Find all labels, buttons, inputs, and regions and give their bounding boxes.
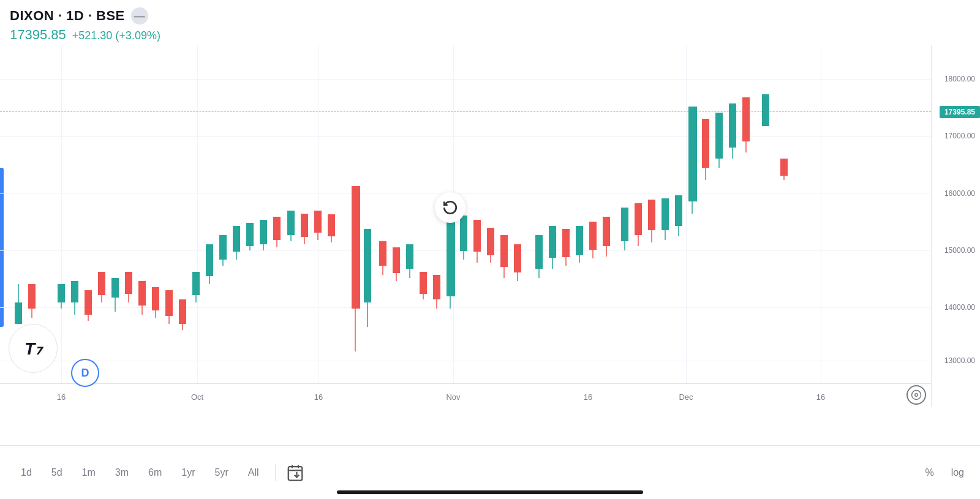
svg-rect-107 (780, 159, 788, 176)
svg-rect-91 (662, 198, 669, 230)
svg-rect-21 (165, 290, 173, 316)
svg-rect-41 (301, 214, 308, 237)
x-label-16-dec: 16 (816, 392, 825, 402)
time-btn-all[interactable]: All (239, 462, 268, 483)
svg-rect-67 (487, 228, 494, 255)
svg-rect-25 (192, 272, 200, 295)
svg-rect-81 (589, 222, 597, 250)
time-btn-5yr[interactable]: 5yr (206, 462, 237, 483)
x-axis: 16 Oct 16 Nov 16 Dec 16 (0, 383, 931, 407)
svg-rect-85 (621, 208, 628, 241)
svg-rect-65 (473, 220, 481, 252)
d-badge[interactable]: D (71, 359, 99, 387)
chart-header: DIXON · 1D · BSE — 17395.85 +521.30 (+3.… (0, 0, 980, 45)
y-label-17000: 17000.00 (944, 132, 975, 140)
toolbar-separator (275, 464, 276, 481)
time-btn-1m[interactable]: 1m (74, 462, 104, 483)
svg-rect-47 (352, 186, 360, 309)
svg-rect-99 (715, 113, 723, 159)
minus-button[interactable]: — (131, 7, 148, 24)
time-period-buttons: 1d 5d 1m 3m 6m 1yr 5yr All (12, 462, 268, 483)
svg-rect-77 (562, 229, 570, 257)
svg-rect-93 (675, 195, 682, 226)
x-label-dec: Dec (679, 392, 693, 402)
x-label-16-oct: 16 (314, 392, 323, 402)
y-label-14000: 14000.00 (944, 303, 975, 312)
svg-rect-110 (288, 467, 302, 481)
svg-rect-53 (393, 247, 400, 273)
svg-rect-17 (138, 281, 146, 306)
candlestick-chart (0, 45, 931, 383)
reset-button[interactable] (435, 192, 466, 223)
svg-rect-105 (762, 94, 769, 126)
svg-rect-71 (514, 244, 521, 272)
x-label-16-sep: 16 (57, 392, 66, 402)
svg-rect-43 (314, 211, 322, 233)
time-btn-1yr[interactable]: 1yr (173, 462, 203, 483)
price-badge: 17395.85 (940, 106, 980, 118)
y-label-15000: 15000.00 (944, 246, 975, 255)
svg-rect-51 (379, 241, 386, 266)
time-btn-5d[interactable]: 5d (43, 462, 71, 483)
y-label-18000: 18000.00 (944, 75, 975, 83)
svg-rect-33 (246, 223, 254, 246)
bottom-toolbar: 1d 5d 1m 3m 6m 1yr 5yr All % log (0, 445, 980, 499)
y-label-13000: 13000.00 (944, 356, 975, 365)
scroll-indicator[interactable] (337, 490, 643, 494)
svg-rect-89 (648, 200, 655, 230)
x-label-16-nov: 16 (584, 392, 592, 402)
svg-rect-19 (152, 287, 159, 310)
svg-rect-73 (535, 235, 543, 269)
svg-rect-27 (206, 244, 213, 276)
svg-point-108 (912, 391, 921, 400)
svg-rect-79 (576, 226, 583, 255)
current-price: 17395.85 (10, 27, 66, 43)
svg-point-109 (915, 394, 918, 397)
svg-rect-39 (287, 211, 295, 235)
goto-date-icon[interactable] (907, 385, 926, 405)
svg-rect-97 (702, 119, 709, 168)
time-btn-3m[interactable]: 3m (107, 462, 137, 483)
time-btn-6m[interactable]: 6m (140, 462, 170, 483)
svg-rect-3 (28, 284, 36, 309)
svg-rect-11 (98, 272, 105, 295)
y-label-16000: 16000.00 (944, 189, 975, 198)
tradingview-logo: T₇ (9, 324, 58, 373)
svg-rect-83 (603, 217, 610, 246)
svg-rect-29 (219, 235, 227, 260)
svg-rect-37 (273, 217, 281, 240)
svg-rect-45 (328, 214, 335, 236)
svg-rect-57 (420, 272, 427, 294)
chart-container[interactable]: 18000.00 17000.00 16000.00 15000.00 1400… (0, 45, 980, 407)
svg-rect-9 (85, 290, 92, 315)
svg-rect-95 (688, 107, 697, 201)
svg-rect-13 (111, 278, 119, 298)
percent-button[interactable]: % (921, 462, 937, 483)
calendar-button[interactable] (283, 460, 307, 485)
svg-rect-1 (15, 302, 22, 324)
svg-rect-75 (549, 226, 556, 258)
x-label-nov: Nov (446, 392, 460, 402)
svg-rect-101 (729, 103, 736, 148)
right-controls: % log (921, 462, 968, 483)
price-change: +521.30 (+3.09%) (72, 29, 160, 42)
svg-rect-55 (406, 244, 413, 269)
y-axis: 18000.00 17000.00 16000.00 15000.00 1400… (931, 45, 980, 407)
svg-rect-59 (433, 275, 440, 299)
log-button[interactable]: log (948, 462, 968, 483)
svg-rect-61 (447, 211, 455, 296)
svg-rect-87 (635, 203, 642, 235)
chart-symbol: DIXON · 1D · BSE (10, 8, 125, 24)
svg-rect-103 (742, 97, 750, 141)
svg-rect-5 (58, 284, 65, 302)
svg-rect-69 (500, 235, 508, 267)
time-btn-1d[interactable]: 1d (12, 462, 40, 483)
svg-rect-31 (233, 226, 240, 252)
svg-rect-63 (460, 216, 467, 251)
svg-rect-23 (179, 299, 186, 324)
x-label-oct: Oct (191, 392, 203, 402)
svg-rect-7 (71, 281, 78, 302)
svg-rect-35 (260, 220, 267, 244)
svg-rect-15 (125, 272, 132, 294)
svg-rect-49 (364, 229, 371, 302)
